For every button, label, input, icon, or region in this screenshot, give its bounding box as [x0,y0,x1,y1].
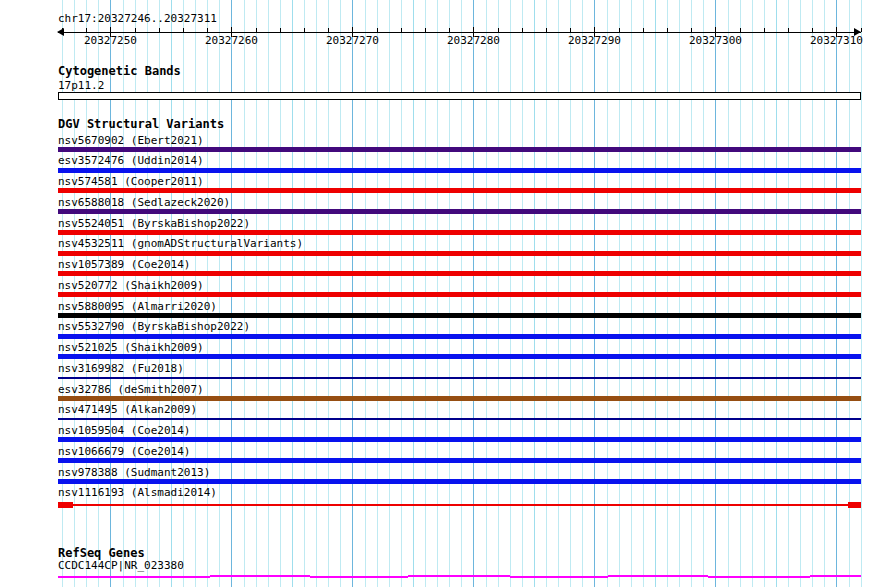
variant-bar[interactable] [58,437,861,442]
ruler-minor-tick [788,28,789,32]
ruler-tick-label: 20327250 [84,34,137,47]
variant-label[interactable]: nsv1116193 (Alsmadi2014) [58,486,217,499]
variant-bar[interactable] [58,479,861,484]
ruler-minor-tick [425,28,426,32]
variant-label[interactable]: nsv520772 (Shaikh2009) [58,279,204,292]
variant-bar[interactable] [58,292,861,297]
variant-label[interactable]: nsv978388 (Sudmant2013) [58,466,210,479]
gene-line-segment[interactable] [608,575,708,577]
variant-bar[interactable] [58,147,861,152]
variant-label[interactable]: nsv4532511 (gnomADStructuralVariants) [58,237,303,250]
variant-line[interactable] [58,377,861,379]
ruler-minor-tick [401,28,402,32]
ruler-minor-tick [183,28,184,32]
ruler-minor-tick [764,28,765,32]
ruler-minor-tick [256,28,257,32]
ruler-minor-tick [280,28,281,32]
gene-line-segment[interactable] [510,576,608,578]
gene-label[interactable]: CCDC144CP|NR_023380 [58,559,184,572]
genome-browser-view: chr17:20327246..20327311 203272502032726… [0,0,890,587]
ruler-minor-tick [159,28,160,32]
variant-label[interactable]: nsv5670902 (Ebert2021) [58,134,204,147]
ruler-axis-line [58,32,861,33]
variant-bar[interactable] [58,168,861,173]
ruler-minor-tick [498,28,499,32]
gene-line-segment[interactable] [408,575,510,577]
gene-line-segment[interactable] [708,576,810,578]
cytoband-section-header: Cytogenetic Bands [58,65,181,78]
cytoband-feature[interactable] [58,92,861,100]
ruler-minor-tick [740,28,741,32]
variant-bar[interactable] [58,188,861,193]
gene-line-segment[interactable] [58,576,210,578]
variant-endblock[interactable] [58,502,73,508]
variant-bar[interactable] [58,354,861,359]
variant-label[interactable]: nsv3169982 (Fu2018) [58,362,184,375]
ruler-tick-label: 20327280 [447,34,500,47]
ruler-minor-tick [522,28,523,32]
ruler-minor-tick [135,28,136,32]
variant-label[interactable]: nsv1066679 (Coe2014) [58,445,190,458]
variant-label[interactable]: nsv574581 (Cooper2011) [58,175,204,188]
ruler-minor-tick [304,28,305,32]
ruler-minor-tick [619,28,620,32]
dgv-section-header: DGV Structural Variants [58,118,224,131]
ruler-minor-tick [812,28,813,32]
variant-label[interactable]: nsv1059504 (Coe2014) [58,424,190,437]
variant-endblock[interactable] [848,502,861,508]
variant-bar[interactable] [58,271,861,276]
ruler-minor-tick [328,28,329,32]
variant-bar[interactable] [58,230,861,235]
variant-label[interactable]: nsv471495 (Alkan2009) [58,403,197,416]
ruler-minor-tick [570,28,571,32]
gene-line-segment[interactable] [210,575,310,577]
ruler-title: chr17:20327246..20327311 [58,12,217,25]
ruler-minor-tick [546,28,547,32]
variant-label[interactable]: nsv6588018 (Sedlazeck2020) [58,196,230,209]
gene-line-segment[interactable] [810,575,861,577]
ruler-minor-tick [377,28,378,32]
variant-label[interactable]: esv32786 (deSmith2007) [58,383,204,396]
variant-label[interactable]: nsv5880095 (Almarri2020) [58,300,217,313]
variant-bar[interactable] [58,334,861,339]
variant-label[interactable]: nsv5524051 (ByrskaBishop2022) [58,217,250,230]
variant-bar[interactable] [58,209,861,214]
ruler-minor-tick [643,28,644,32]
variant-label[interactable]: esv3572476 (Uddin2014) [58,154,204,167]
ruler-minor-tick [449,28,450,32]
ruler-tick-label: 20327270 [326,34,379,47]
variant-bar[interactable] [58,396,861,401]
gene-line-segment[interactable] [310,576,408,578]
ruler-tick-label: 20327290 [568,34,621,47]
ruler-minor-tick [207,28,208,32]
ruler-tick-label: 20327300 [689,34,742,47]
variant-bar[interactable] [58,313,861,318]
cytoband-label: 17p11.2 [58,79,104,92]
variant-bar[interactable] [58,458,861,463]
variant-line[interactable] [58,418,861,420]
ruler-minor-tick [86,28,87,32]
variant-label[interactable]: nsv5532790 (ByrskaBishop2022) [58,320,250,333]
variant-bar[interactable] [58,251,861,256]
variant-label[interactable]: nsv1057389 (Coe2014) [58,258,190,271]
variant-line[interactable] [58,504,861,506]
ruler-minor-tick [861,28,862,32]
ruler-minor-tick [691,28,692,32]
ruler-minor-tick [667,28,668,32]
variant-label[interactable]: nsv521025 (Shaikh2009) [58,341,204,354]
ruler-tick-label: 20327310 [810,34,863,47]
ruler-minor-tick [62,28,63,32]
ruler-tick-label: 20327260 [205,34,258,47]
